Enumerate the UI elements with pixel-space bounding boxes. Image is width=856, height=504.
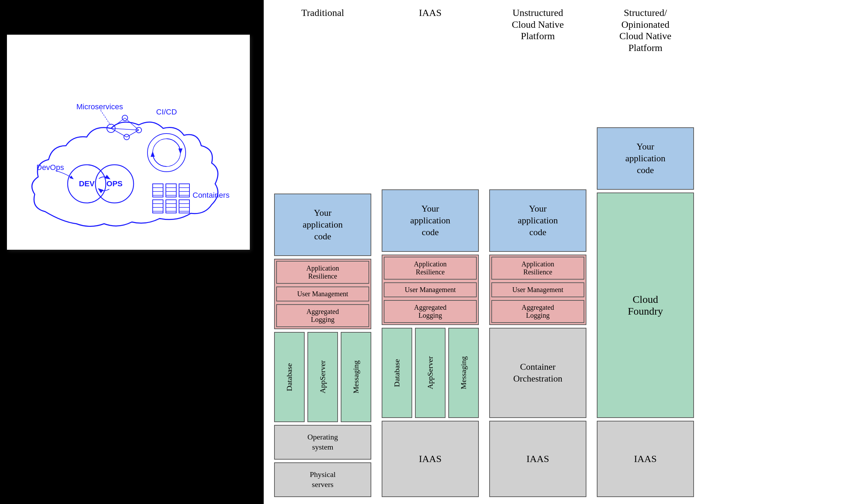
headers-row: Traditional IAAS Unstructured Cloud Nati… bbox=[274, 7, 846, 53]
svg-text:Containers: Containers bbox=[193, 191, 229, 199]
trad-agg-logging: Aggregated Logging bbox=[276, 304, 369, 327]
iaas-appserver: AppServer bbox=[415, 328, 446, 418]
header-unstructured: Unstructured Cloud Native Platform bbox=[489, 7, 586, 53]
svg-text:Microservices: Microservices bbox=[76, 102, 123, 111]
header-iaas: IAAS bbox=[382, 7, 479, 53]
trad-physical: Physical servers bbox=[274, 462, 371, 497]
iaas-user-mgmt: User Management bbox=[384, 282, 477, 297]
unstruct-app-resilience: Application Resilience bbox=[491, 257, 584, 280]
sketch-svg: DEV OPS Microservices CI/CD bbox=[17, 45, 239, 239]
svg-point-15 bbox=[147, 134, 186, 172]
column-unstructured: Your application code Application Resili… bbox=[489, 189, 586, 497]
unstruct-agg-logging: Aggregated Logging bbox=[491, 300, 584, 323]
sketch-card: DEV OPS Microservices CI/CD bbox=[7, 35, 250, 250]
header-traditional: Traditional bbox=[274, 7, 371, 53]
trad-app-resilience: Application Resilience bbox=[276, 261, 369, 284]
iaas-green-row: Database AppServer Messaging bbox=[382, 328, 479, 418]
struct-app-code: Your application code bbox=[597, 127, 694, 190]
svg-line-11 bbox=[111, 128, 127, 137]
unstruct-container-orch: Container Orchestration bbox=[489, 328, 586, 418]
cloud-foundry-block: Cloud Foundry bbox=[597, 193, 694, 418]
trad-pink-section: Application Resilience User Management A… bbox=[274, 259, 371, 329]
trad-database: Database bbox=[274, 332, 305, 422]
iaas-agg-logging: Aggregated Logging bbox=[384, 300, 477, 323]
left-panel: DEV OPS Microservices CI/CD bbox=[0, 0, 264, 504]
trad-app-code: Your application code bbox=[274, 194, 371, 256]
svg-text:DevOps: DevOps bbox=[36, 163, 64, 172]
trad-appserver: AppServer bbox=[307, 332, 338, 422]
unstruct-iaas: IAAS bbox=[489, 421, 586, 497]
svg-line-12 bbox=[127, 130, 139, 137]
svg-text:OPS: OPS bbox=[107, 179, 122, 188]
iaas-block: IAAS bbox=[382, 421, 479, 497]
header-structured: Structured/ Opinionated Cloud Native Pla… bbox=[597, 7, 694, 53]
unstruct-pink-section: Application Resilience User Management A… bbox=[489, 255, 586, 325]
iaas-app-resilience: Application Resilience bbox=[384, 257, 477, 280]
svg-line-8 bbox=[111, 118, 125, 128]
iaas-database: Database bbox=[382, 328, 412, 418]
struct-iaas: IAAS bbox=[597, 421, 694, 497]
iaas-app-code: Your application code bbox=[382, 189, 479, 252]
trad-green-row: Database AppServer Messaging bbox=[274, 332, 371, 422]
column-iaas: Your application code Application Resili… bbox=[382, 189, 479, 497]
svg-text:DEV: DEV bbox=[79, 179, 95, 188]
iaas-pink-section: Application Resilience User Management A… bbox=[382, 255, 479, 325]
trad-os: Operating system bbox=[274, 425, 371, 460]
column-traditional: Your application code Application Resili… bbox=[274, 194, 371, 497]
columns-row: Your application code Application Resili… bbox=[274, 59, 846, 497]
right-panel: Traditional IAAS Unstructured Cloud Nati… bbox=[264, 0, 856, 504]
svg-text:CI/CD: CI/CD bbox=[156, 108, 177, 116]
trad-user-mgmt: User Management bbox=[276, 287, 369, 301]
unstruct-app-code: Your application code bbox=[489, 189, 586, 252]
trad-messaging: Messaging bbox=[341, 332, 371, 422]
column-structured: Your application code Cloud Foundry IAAS bbox=[597, 127, 694, 497]
unstruct-user-mgmt: User Management bbox=[491, 282, 584, 297]
iaas-messaging: Messaging bbox=[448, 328, 479, 418]
